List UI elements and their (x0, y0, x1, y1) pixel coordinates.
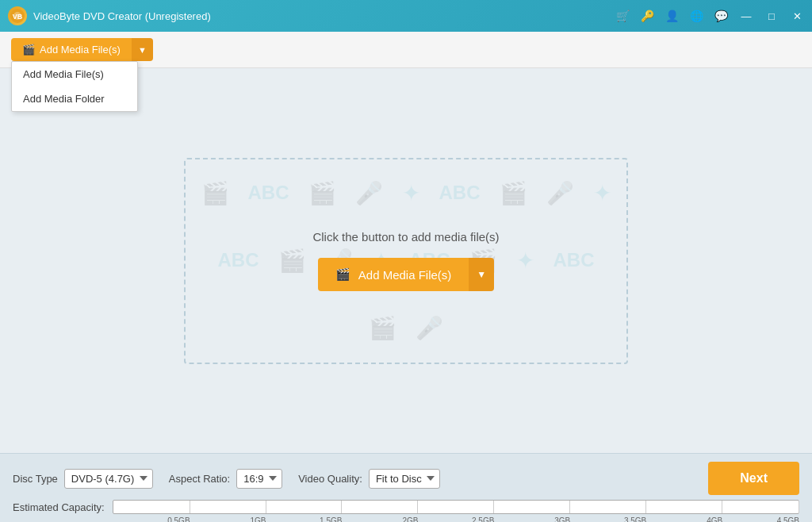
center-film-icon: 🎬 (335, 267, 350, 282)
center-add-btn-label: Add Media File(s) (358, 268, 452, 282)
title-bar-left: VB VideoByte DVD Creator (Unregistered) (8, 6, 211, 25)
tick-0.5gb: 0.5GB (167, 516, 190, 522)
disc-type-label: Disc Type (13, 473, 58, 485)
tick-3.5gb: 3.5GB (624, 516, 646, 522)
drop-zone[interactable]: 🎬 ABC 🎬 🎤 ✦ ABC 🎬 🎤 ✦ ABC 🎬 🎤 ✦ ABC 🎬 ✦ … (184, 158, 628, 364)
tick-2gb: 2GB (402, 516, 418, 522)
film-icon: 🎬 (22, 44, 35, 56)
bottom-bar: Disc Type DVD-5 (4.7G) DVD-9 (8.5G) Blu-… (0, 453, 812, 522)
main-content: 🎬 ABC 🎬 🎤 ✦ ABC 🎬 🎤 ✦ ABC 🎬 🎤 ✦ ABC 🎬 ✦ … (0, 68, 812, 453)
title-bar: VB VideoByte DVD Creator (Unregistered) … (0, 0, 812, 32)
center-add-media-button[interactable]: 🎬 Add Media File(s) (318, 258, 469, 291)
capacity-row: Estimated Capacity: 0.5GB 1GB 1.5GB 2GB … (13, 500, 799, 514)
capacity-label: Estimated Capacity: (13, 501, 105, 513)
close-button[interactable]: ✕ (790, 9, 804, 23)
add-media-dropdown-menu: Add Media File(s) Add Media Folder (11, 61, 138, 112)
drop-zone-message: Click the button to add media file(s) (312, 230, 499, 244)
toolbar: 🎬 Add Media File(s) ▼ Add Media File(s) … (0, 32, 812, 68)
title-bar-controls: 🛒 🔑 👤 🌐 💬 — □ ✕ (616, 9, 804, 23)
add-media-files-button[interactable]: 🎬 Add Media File(s) (11, 38, 132, 61)
app-title: VideoByte DVD Creator (Unregistered) (33, 10, 211, 22)
disc-type-select[interactable]: DVD-5 (4.7G) DVD-9 (8.5G) Blu-ray 25G Bl… (64, 469, 153, 489)
center-add-media-dropdown-button[interactable]: ▼ (469, 258, 494, 291)
add-media-btn-label: Add Media File(s) (40, 44, 121, 56)
globe-icon[interactable]: 🌐 (690, 10, 703, 22)
tick-4.5gb: 4.5GB (777, 516, 799, 522)
minimize-button[interactable]: — (739, 9, 753, 23)
user-icon[interactable]: 👤 (665, 10, 679, 22)
capacity-bar: 0.5GB 1GB 1.5GB 2GB 2.5GB 3GB 3.5GB 4GB … (113, 500, 799, 514)
aspect-ratio-group: Aspect Ratio: 16:9 4:3 (169, 469, 282, 489)
tick-1gb: 1GB (250, 516, 266, 522)
key-icon[interactable]: 🔑 (641, 10, 654, 22)
tick-1.5gb: 1.5GB (320, 516, 342, 522)
video-quality-select[interactable]: Fit to Disc High Medium Low (369, 469, 440, 489)
dropdown-item-folder[interactable]: Add Media Folder (12, 86, 137, 111)
chat-icon[interactable]: 💬 (714, 10, 728, 22)
tick-2.5gb: 2.5GB (472, 516, 494, 522)
svg-text:VB: VB (13, 13, 23, 21)
disc-type-group: Disc Type DVD-5 (4.7G) DVD-9 (8.5G) Blu-… (13, 469, 153, 489)
maximize-button[interactable]: □ (764, 9, 779, 23)
tick-3gb: 3GB (554, 516, 570, 522)
add-media-dropdown-button[interactable]: ▼ (132, 38, 153, 61)
app-logo: VB (8, 6, 27, 25)
dropdown-item-files[interactable]: Add Media File(s) (12, 62, 137, 86)
center-add-button-group: 🎬 Add Media File(s) ▼ (318, 258, 494, 291)
video-quality-group: Video Quality: Fit to Disc High Medium L… (298, 469, 440, 489)
add-media-button-wrapper: 🎬 Add Media File(s) ▼ Add Media File(s) … (11, 38, 153, 61)
video-quality-label: Video Quality: (298, 473, 362, 485)
settings-row: Disc Type DVD-5 (4.7G) DVD-9 (8.5G) Blu-… (13, 462, 799, 495)
aspect-ratio-select[interactable]: 16:9 4:3 (236, 469, 282, 489)
aspect-ratio-label: Aspect Ratio: (169, 473, 230, 485)
next-button[interactable]: Next (708, 462, 799, 495)
cart-icon[interactable]: 🛒 (616, 10, 630, 22)
tick-4gb: 4GB (707, 516, 722, 522)
